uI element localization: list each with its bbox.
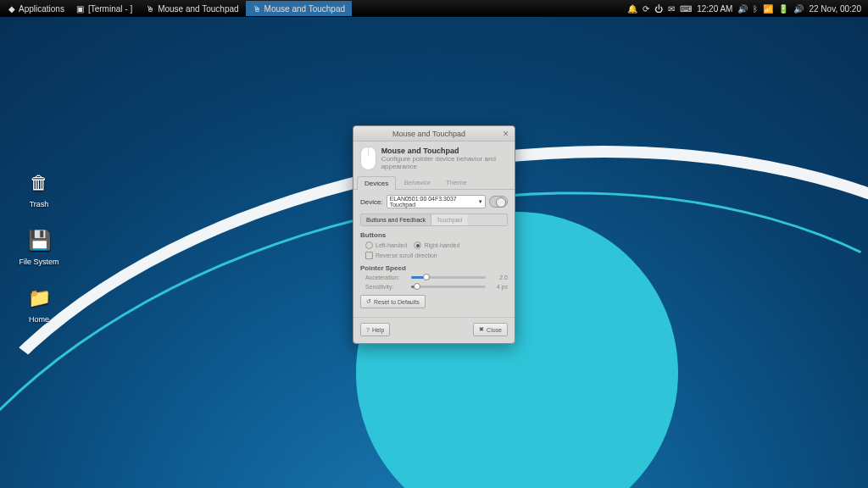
main-tabs: Devices Behavior Theme	[353, 175, 515, 190]
tab-devices[interactable]: Devices	[357, 176, 396, 190]
sensitivity-slider[interactable]	[411, 286, 486, 288]
sub-tabs: Buttons and Feedback Touchpad	[360, 214, 508, 226]
button-label: Close	[487, 327, 502, 333]
system-tray: 🔔 ⟳ ⏻ ✉ ⌨ 12:20 AM 🔊 ᛒ 📶 🔋 🔊 22 Nov, 00:…	[624, 4, 865, 14]
desktop-icon-filesystem[interactable]: 💾 File System	[14, 227, 64, 266]
pointer-speed-group: Pointer Speed Acceleration: 2.0 Sensitiv…	[360, 264, 508, 290]
speed-group-title: Pointer Speed	[360, 264, 508, 272]
checkbox-icon	[365, 252, 373, 259]
taskbar-item-mouse-1[interactable]: 🖱 Mouse and Touchpad	[139, 1, 245, 16]
icon-label: Home	[14, 315, 64, 324]
mouse-icon: 🖱	[253, 4, 261, 13]
header-subtitle: Configure pointer device behavior and ap…	[381, 155, 508, 170]
folder-icon: 📁	[25, 285, 53, 312]
top-panel: ◆ Applications ▣ [Terminal - ] 🖱 Mouse a…	[0, 0, 868, 17]
clock-date[interactable]: 22 Nov, 00:20	[809, 4, 861, 14]
mail-icon[interactable]: ✉	[668, 4, 675, 14]
tab-behavior[interactable]: Behavior	[396, 175, 438, 189]
radio-label: Right-handed	[424, 242, 459, 248]
reset-defaults-button[interactable]: ↺ Reset to Defaults	[360, 295, 426, 308]
reset-icon: ↺	[366, 298, 371, 305]
chevron-down-icon: ▾	[479, 198, 482, 205]
applications-menu[interactable]: ◆ Applications	[3, 4, 70, 14]
header-title: Mouse and Touchpad	[381, 147, 508, 155]
acceleration-label: Acceleration:	[365, 274, 408, 280]
mouse-icon: 🖱	[146, 4, 154, 13]
terminal-icon: ▣	[76, 4, 85, 13]
device-combo[interactable]: ELAN0501:00 04F3:3037 Touchpad ▾	[387, 195, 486, 208]
window-close-button[interactable]: ✕	[501, 129, 511, 139]
desktop-icon-home[interactable]: 📁 Home	[14, 285, 64, 324]
sensitivity-label: Sensitivity:	[365, 284, 408, 290]
sensitivity-value: 4 px	[489, 284, 508, 290]
trash-icon: 🗑	[25, 169, 53, 197]
close-icon: ✖	[479, 326, 484, 333]
help-button[interactable]: ? Help	[360, 323, 390, 336]
desktop-icon-trash[interactable]: 🗑 Trash	[14, 169, 64, 208]
volume-icon[interactable]: 🔊	[737, 4, 748, 14]
window-titlebar[interactable]: Mouse and Touchpad ✕	[353, 126, 515, 141]
window-header: Mouse and Touchpad Configure pointer dev…	[353, 141, 515, 175]
slider-thumb[interactable]	[414, 283, 420, 290]
mouse-device-icon	[360, 147, 376, 170]
clock-time[interactable]: 12:20 AM	[697, 4, 732, 14]
close-button[interactable]: ✖ Close	[473, 323, 508, 336]
drive-icon: 💾	[25, 227, 53, 254]
device-value: ELAN0501:00 04F3:3037 Touchpad	[390, 196, 479, 208]
wifi-icon[interactable]: 📶	[763, 4, 773, 14]
keyboard-icon[interactable]: ⌨	[680, 4, 692, 14]
subtab-buttons-feedback[interactable]: Buttons and Feedback	[361, 214, 431, 225]
radio-label: Left-handed	[376, 242, 407, 248]
radio-left-handed[interactable]: Left-handed	[365, 241, 407, 249]
slider-thumb[interactable]	[423, 274, 430, 280]
icon-label: File System	[14, 258, 64, 266]
radio-icon	[414, 241, 421, 249]
device-label: Device:	[360, 198, 383, 206]
settings-window: Mouse and Touchpad ✕ Mouse and Touchpad …	[353, 125, 515, 344]
device-enable-toggle[interactable]	[489, 196, 508, 208]
acceleration-slider[interactable]	[411, 276, 486, 279]
radio-right-handed[interactable]: Right-handed	[414, 241, 459, 249]
taskbar-item-terminal[interactable]: ▣ [Terminal - ]	[70, 1, 139, 16]
power-icon[interactable]: ⏻	[654, 4, 663, 14]
buttons-group: Buttons Left-handed Right-handed Reverse…	[360, 231, 508, 259]
window-title: Mouse and Touchpad	[357, 130, 501, 138]
bluetooth-icon[interactable]: ᛒ	[753, 4, 758, 14]
applications-label: Applications	[19, 4, 64, 14]
button-label: Reset to Defaults	[374, 299, 420, 305]
battery-icon[interactable]: 🔋	[778, 4, 788, 14]
task-label: Mouse and Touchpad	[158, 4, 238, 14]
subtab-touchpad[interactable]: Touchpad	[431, 214, 467, 225]
taskbar-item-mouse-2[interactable]: 🖱 Mouse and Touchpad	[246, 1, 352, 16]
checkbox-label: Reverse scroll direction	[376, 252, 437, 258]
acceleration-value: 2.0	[489, 274, 508, 280]
task-label: Mouse and Touchpad	[264, 4, 345, 14]
icon-label: Trash	[14, 200, 64, 208]
button-label: Help	[372, 327, 384, 333]
tab-theme[interactable]: Theme	[438, 175, 475, 189]
xfce-logo-icon: ◆	[8, 4, 15, 14]
volume-icon-2[interactable]: 🔊	[793, 4, 804, 14]
sync-icon[interactable]: ⟳	[643, 4, 649, 14]
help-icon: ?	[366, 327, 370, 333]
buttons-group-title: Buttons	[360, 231, 508, 239]
notification-icon[interactable]: 🔔	[627, 4, 637, 14]
checkbox-reverse-scroll[interactable]: Reverse scroll direction	[360, 252, 508, 259]
task-label: [Terminal - ]	[88, 4, 132, 14]
radio-icon	[365, 241, 373, 249]
